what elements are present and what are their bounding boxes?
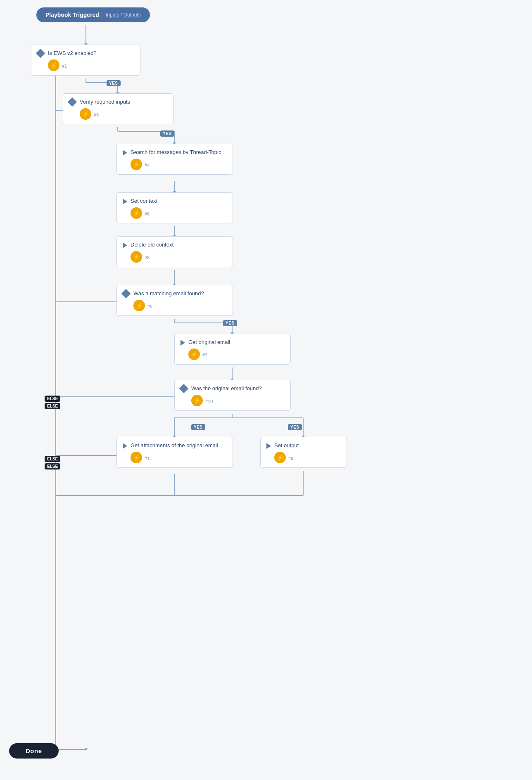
node-7: Get original email ⚡ #7 [174,334,291,365]
node-3-title: Verify required inputs [80,99,167,105]
node-1-num: #1 [62,64,67,69]
node-5-title: Was a matching email found? [133,290,227,296]
condition-icon-5 [121,289,131,299]
node-4-title: Search for messages by Thread-Topic [131,149,227,155]
lightning-btn-10[interactable]: ⚡ [191,395,203,406]
node-6-title: Set context [131,198,227,204]
node-1-title: Is EWS v2 enabled? [48,50,134,56]
node-5-num: #5 [147,304,152,309]
node-10-title: Was the original email found? [191,385,285,391]
lightning-btn-5[interactable]: ⚡ [133,300,145,311]
condition-icon-10 [179,384,189,394]
lightning-btn-7[interactable]: ⚡ [188,349,200,360]
node-7-title: Get original email [188,339,285,345]
yes-badge-10-left: YES [191,424,205,430]
yes-badge-1: YES [107,80,121,86]
else-badge-3: ELSE [45,456,60,462]
lightning-btn-9[interactable]: ⚡ [274,452,286,463]
node-10-num: #10 [205,399,213,404]
node-8-title: Delete old context [131,242,227,248]
workflow-canvas: Playbook Triggered Inputs / Outputs Is E… [0,0,532,780]
node-4: Search for messages by Thread-Topic ⚡ #4 [116,144,233,175]
node-11-title: Get attachments of the original email [131,442,227,448]
condition-icon-1 [36,49,45,58]
action-icon-7 [180,340,185,346]
node-3: Verify required inputs ⚡ #3 [63,93,173,124]
svg-marker-37 [85,748,88,751]
else-badge-1: ELSE [45,396,60,402]
lightning-btn-8[interactable]: ⚡ [131,251,142,263]
lightning-btn-1[interactable]: ⚡ [48,59,59,71]
else-badge-2: ELSE [45,403,60,409]
done-node: Done [9,743,59,759]
trigger-node: Playbook Triggered Inputs / Outputs [36,7,150,22]
node-11-num: #11 [145,456,152,461]
lightning-btn-11[interactable]: ⚡ [131,452,142,463]
action-icon-8 [123,242,127,248]
node-10: Was the original email found? ⚡ #10 [174,380,291,411]
lightning-btn-4[interactable]: ⚡ [131,159,142,170]
condition-icon-3 [68,97,77,107]
node-4-num: #4 [145,163,150,168]
yes-badge-3: YES [160,130,174,137]
lightning-btn-3[interactable]: ⚡ [80,108,91,120]
node-6-num: #6 [145,211,150,216]
action-icon-6 [123,199,127,204]
trigger-title: Playbook Triggered [45,12,99,18]
node-11: Get attachments of the original email ⚡ … [116,437,233,468]
yes-badge-5: YES [223,320,237,326]
node-9-title: Set output [274,442,341,448]
node-1: Is EWS v2 enabled? ⚡ #1 [31,45,140,76]
node-6: Set context ⚡ #6 [116,192,233,223]
done-label: Done [26,747,42,754]
action-icon-11 [123,443,127,449]
action-icon-9 [266,443,271,449]
node-7-num: #7 [202,353,207,358]
node-3-num: #3 [94,112,99,117]
action-icon-4 [123,150,127,156]
node-9-num: #9 [288,456,293,461]
node-5: Was a matching email found? ⚡ #5 [116,285,233,316]
node-8-num: #8 [145,255,150,260]
yes-badge-10-right: YES [288,424,302,430]
node-9: Set output ⚡ #9 [260,437,347,468]
lightning-btn-6[interactable]: ⚡ [131,207,142,219]
trigger-inputs-link[interactable]: Inputs / Outputs [106,12,141,18]
else-badge-4: ELSE [45,463,60,469]
node-8: Delete old context ⚡ #8 [116,236,233,267]
